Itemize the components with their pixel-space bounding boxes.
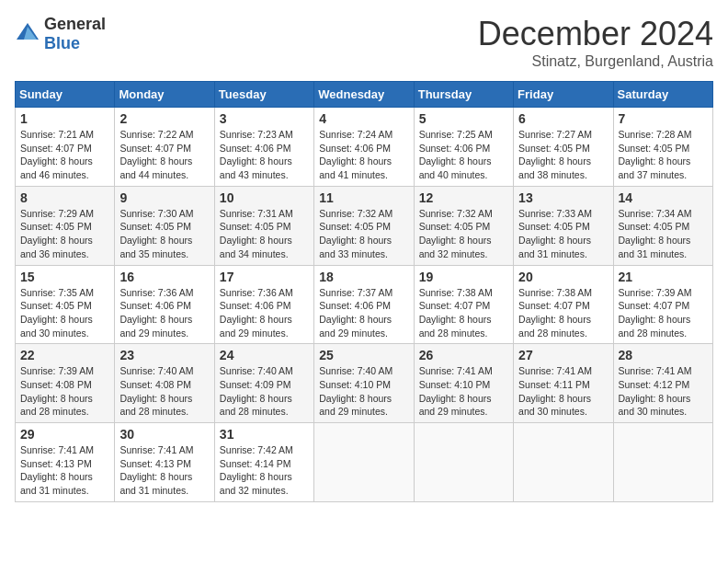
day-number: 17	[220, 270, 309, 284]
calendar-cell: 6Sunrise: 7:27 AM Sunset: 4:05 PM Daylig…	[514, 108, 613, 187]
calendar-cell: 13Sunrise: 7:33 AM Sunset: 4:05 PM Dayli…	[514, 186, 613, 265]
day-number: 22	[20, 348, 109, 362]
calendar-header-row: SundayMondayTuesdayWednesdayThursdayFrid…	[16, 82, 713, 108]
calendar-cell: 14Sunrise: 7:34 AM Sunset: 4:05 PM Dayli…	[613, 186, 712, 265]
calendar-cell: 12Sunrise: 7:32 AM Sunset: 4:05 PM Dayli…	[414, 186, 513, 265]
day-number: 31	[220, 427, 309, 442]
day-number: 14	[619, 190, 708, 205]
day-number: 4	[319, 111, 408, 126]
cell-info: Sunrise: 7:39 AM Sunset: 4:07 PM Dayligh…	[619, 286, 708, 340]
cell-info: Sunrise: 7:23 AM Sunset: 4:06 PM Dayligh…	[220, 128, 309, 182]
calendar-cell: 25Sunrise: 7:40 AM Sunset: 4:10 PM Dayli…	[314, 344, 414, 423]
calendar-cell	[514, 423, 613, 502]
cell-info: Sunrise: 7:38 AM Sunset: 4:07 PM Dayligh…	[419, 286, 508, 340]
cell-info: Sunrise: 7:41 AM Sunset: 4:11 PM Dayligh…	[518, 364, 608, 419]
col-header-friday: Friday	[514, 82, 613, 108]
day-number: 30	[119, 427, 209, 442]
calendar-cell: 27Sunrise: 7:41 AM Sunset: 4:11 PM Dayli…	[514, 344, 613, 423]
month-title: December 2024	[478, 15, 713, 53]
cell-info: Sunrise: 7:25 AM Sunset: 4:06 PM Dayligh…	[419, 128, 508, 182]
calendar-cell: 18Sunrise: 7:37 AM Sunset: 4:06 PM Dayli…	[314, 265, 414, 344]
calendar-cell: 8Sunrise: 7:29 AM Sunset: 4:05 PM Daylig…	[16, 186, 115, 265]
cell-info: Sunrise: 7:41 AM Sunset: 4:10 PM Dayligh…	[419, 364, 508, 419]
calendar-week-5: 29Sunrise: 7:41 AM Sunset: 4:13 PM Dayli…	[16, 423, 713, 502]
page-header: General Blue December 2024 Stinatz, Burg…	[15, 15, 713, 70]
cell-info: Sunrise: 7:33 AM Sunset: 4:05 PM Dayligh…	[518, 207, 608, 261]
cell-info: Sunrise: 7:32 AM Sunset: 4:05 PM Dayligh…	[419, 207, 508, 261]
day-number: 29	[20, 427, 109, 442]
day-number: 7	[619, 111, 708, 126]
cell-info: Sunrise: 7:37 AM Sunset: 4:06 PM Dayligh…	[319, 286, 408, 340]
logo: General Blue	[15, 15, 106, 53]
day-number: 16	[119, 270, 209, 284]
calendar-cell	[414, 423, 513, 502]
location: Stinatz, Burgenland, Austria	[478, 53, 713, 70]
calendar-cell: 11Sunrise: 7:32 AM Sunset: 4:05 PM Dayli…	[314, 186, 414, 265]
logo-blue: Blue	[44, 34, 80, 52]
day-number: 18	[319, 270, 408, 284]
cell-info: Sunrise: 7:24 AM Sunset: 4:06 PM Dayligh…	[319, 128, 408, 182]
day-number: 23	[119, 348, 209, 362]
calendar-cell: 26Sunrise: 7:41 AM Sunset: 4:10 PM Dayli…	[414, 344, 513, 423]
day-number: 12	[419, 190, 508, 205]
cell-info: Sunrise: 7:38 AM Sunset: 4:07 PM Dayligh…	[518, 286, 608, 340]
calendar-table: SundayMondayTuesdayWednesdayThursdayFrid…	[15, 81, 713, 502]
calendar-week-2: 8Sunrise: 7:29 AM Sunset: 4:05 PM Daylig…	[16, 186, 713, 265]
cell-info: Sunrise: 7:22 AM Sunset: 4:07 PM Dayligh…	[119, 128, 209, 182]
cell-info: Sunrise: 7:27 AM Sunset: 4:05 PM Dayligh…	[518, 128, 608, 182]
cell-info: Sunrise: 7:32 AM Sunset: 4:05 PM Dayligh…	[319, 207, 408, 261]
day-number: 26	[419, 348, 508, 362]
col-header-wednesday: Wednesday	[314, 82, 414, 108]
calendar-cell	[613, 423, 712, 502]
calendar-cell: 23Sunrise: 7:40 AM Sunset: 4:08 PM Dayli…	[115, 344, 214, 423]
calendar-cell: 22Sunrise: 7:39 AM Sunset: 4:08 PM Dayli…	[16, 344, 115, 423]
cell-info: Sunrise: 7:30 AM Sunset: 4:05 PM Dayligh…	[119, 207, 209, 261]
calendar-cell: 1Sunrise: 7:21 AM Sunset: 4:07 PM Daylig…	[16, 108, 115, 187]
calendar-cell: 9Sunrise: 7:30 AM Sunset: 4:05 PM Daylig…	[115, 186, 214, 265]
title-block: December 2024 Stinatz, Burgenland, Austr…	[478, 15, 713, 70]
day-number: 11	[319, 190, 408, 205]
calendar-cell: 20Sunrise: 7:38 AM Sunset: 4:07 PM Dayli…	[514, 265, 613, 344]
calendar-cell: 29Sunrise: 7:41 AM Sunset: 4:13 PM Dayli…	[16, 423, 115, 502]
cell-info: Sunrise: 7:40 AM Sunset: 4:10 PM Dayligh…	[319, 364, 408, 419]
cell-info: Sunrise: 7:35 AM Sunset: 4:05 PM Dayligh…	[20, 286, 109, 340]
calendar-cell: 16Sunrise: 7:36 AM Sunset: 4:06 PM Dayli…	[115, 265, 214, 344]
calendar-body: 1Sunrise: 7:21 AM Sunset: 4:07 PM Daylig…	[16, 108, 713, 502]
day-number: 19	[419, 270, 508, 284]
calendar-cell: 4Sunrise: 7:24 AM Sunset: 4:06 PM Daylig…	[314, 108, 414, 187]
calendar-cell: 31Sunrise: 7:42 AM Sunset: 4:14 PM Dayli…	[214, 423, 313, 502]
cell-info: Sunrise: 7:31 AM Sunset: 4:05 PM Dayligh…	[220, 207, 309, 261]
cell-info: Sunrise: 7:39 AM Sunset: 4:08 PM Dayligh…	[20, 364, 109, 419]
cell-info: Sunrise: 7:29 AM Sunset: 4:05 PM Dayligh…	[20, 207, 109, 261]
calendar-cell: 19Sunrise: 7:38 AM Sunset: 4:07 PM Dayli…	[414, 265, 513, 344]
cell-info: Sunrise: 7:21 AM Sunset: 4:07 PM Dayligh…	[20, 128, 109, 182]
calendar-week-1: 1Sunrise: 7:21 AM Sunset: 4:07 PM Daylig…	[16, 108, 713, 187]
day-number: 5	[419, 111, 508, 126]
calendar-cell: 3Sunrise: 7:23 AM Sunset: 4:06 PM Daylig…	[214, 108, 313, 187]
day-number: 2	[119, 111, 209, 126]
calendar-cell: 15Sunrise: 7:35 AM Sunset: 4:05 PM Dayli…	[16, 265, 115, 344]
cell-info: Sunrise: 7:34 AM Sunset: 4:05 PM Dayligh…	[619, 207, 708, 261]
cell-info: Sunrise: 7:40 AM Sunset: 4:08 PM Dayligh…	[119, 364, 209, 419]
day-number: 9	[119, 190, 209, 205]
calendar-cell: 30Sunrise: 7:41 AM Sunset: 4:13 PM Dayli…	[115, 423, 214, 502]
day-number: 1	[20, 111, 109, 126]
cell-info: Sunrise: 7:28 AM Sunset: 4:05 PM Dayligh…	[619, 128, 708, 182]
cell-info: Sunrise: 7:36 AM Sunset: 4:06 PM Dayligh…	[220, 286, 309, 340]
calendar-cell: 17Sunrise: 7:36 AM Sunset: 4:06 PM Dayli…	[214, 265, 313, 344]
cell-info: Sunrise: 7:41 AM Sunset: 4:12 PM Dayligh…	[619, 364, 708, 419]
day-number: 20	[518, 270, 608, 284]
col-header-thursday: Thursday	[414, 82, 513, 108]
cell-info: Sunrise: 7:42 AM Sunset: 4:14 PM Dayligh…	[220, 443, 309, 498]
cell-info: Sunrise: 7:41 AM Sunset: 4:13 PM Dayligh…	[119, 443, 209, 498]
col-header-tuesday: Tuesday	[214, 82, 313, 108]
day-number: 3	[220, 111, 309, 126]
col-header-monday: Monday	[115, 82, 214, 108]
day-number: 27	[518, 348, 608, 362]
day-number: 13	[518, 190, 608, 205]
day-number: 25	[319, 348, 408, 362]
day-number: 21	[619, 270, 708, 284]
col-header-sunday: Sunday	[16, 82, 115, 108]
calendar-week-3: 15Sunrise: 7:35 AM Sunset: 4:05 PM Dayli…	[16, 265, 713, 344]
day-number: 10	[220, 190, 309, 205]
